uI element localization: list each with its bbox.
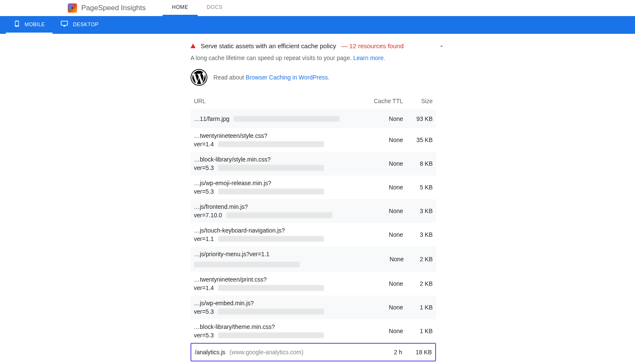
cell-url: …block-library/style.min.css?ver=5.3: [194, 156, 373, 171]
url-text-2: ver=1.4: [194, 285, 214, 291]
device-tab-bar: MOBILE DESKTOP: [0, 16, 635, 34]
url-text: …js/priority-menu.js?ver=1.1: [194, 251, 270, 257]
audit-title: Serve static assets with an efficient ca…: [201, 42, 336, 49]
cell-url: …js/touch-keyboard-navigation.js?ver=1.1: [194, 227, 373, 242]
cell-ttl: None: [373, 280, 403, 287]
tab-home-label: HOME: [172, 4, 188, 10]
col-header-ttl: Cache TTL: [373, 98, 403, 104]
cell-ttl: None: [375, 256, 404, 263]
url-text-2: ver=5.3: [194, 332, 214, 339]
warning-triangle-icon: [190, 44, 196, 48]
blurred-host: [226, 212, 332, 218]
wordpress-hint: Read about Browser Caching in WordPress.: [190, 69, 444, 86]
url-text-2: ver=5.3: [194, 164, 214, 171]
audit-panel: Serve static assets with an efficient ca…: [190, 42, 444, 364]
cell-size: 8 KB: [403, 160, 433, 167]
url-text: …11/farm.jpg: [194, 115, 229, 122]
cell-ttl: 2 h: [373, 349, 402, 356]
table-header: URL Cache TTL Size: [190, 98, 436, 109]
url-text: …js/wp-emoji-release.min.js?: [194, 180, 271, 186]
device-tab-desktop[interactable]: DESKTOP: [52, 16, 106, 34]
cell-size: 18 KB: [402, 349, 432, 356]
cell-url: …js/wp-emoji-release.min.js?ver=5.3: [194, 180, 373, 195]
cell-ttl: None: [373, 184, 403, 191]
url-text: …twentynineteen/style.css?: [194, 132, 268, 139]
cell-url: …js/wp-embed.min.js?ver=5.3: [194, 300, 373, 315]
table-row: …js/wp-embed.min.js?ver=5.3None1 KB: [190, 296, 436, 319]
cell-size: 35 KB: [403, 137, 433, 143]
url-host: (www.google-analytics.com): [229, 349, 303, 356]
url-text-2: ver=7.10.0: [194, 212, 222, 219]
cell-url: …js/priority-menu.js?ver=1.1: [194, 251, 375, 268]
device-tab-mobile-label: MOBILE: [25, 22, 45, 27]
url-text: …block-library/theme.min.css?: [194, 323, 275, 330]
url-text: /analytics.js: [195, 349, 225, 356]
blurred-host: [218, 332, 324, 338]
cell-size: 3 KB: [403, 231, 433, 238]
url-text: …js/touch-keyboard-navigation.js?: [194, 227, 285, 234]
table-row: …js/wp-emoji-release.min.js?ver=5.3None5…: [190, 175, 436, 199]
url-text: …js/wp-embed.min.js?: [194, 300, 254, 307]
cell-ttl: None: [373, 208, 403, 214]
url-text: …js/frontend.min.js?: [194, 203, 248, 210]
table-row: 4 h3 KB: [190, 361, 436, 364]
top-tabs: HOME DOCS: [163, 0, 232, 16]
col-header-size: Size: [403, 98, 433, 104]
cell-ttl: None: [373, 328, 403, 334]
table-row: …block-library/theme.min.css?ver=5.3None…: [190, 319, 436, 343]
svg-point-0: [72, 7, 73, 9]
cell-url: …js/frontend.min.js?ver=7.10.0: [194, 203, 373, 219]
table-row: …block-library/style.min.css?ver=5.3None…: [190, 152, 436, 175]
cell-size: 3 KB: [403, 208, 433, 214]
cell-ttl: None: [373, 137, 403, 143]
table-row: …twentynineteen/style.css?ver=1.4None35 …: [190, 128, 436, 152]
resources-table: URL Cache TTL Size …11/farm.jpgNone93 KB…: [190, 98, 436, 364]
cell-ttl: None: [373, 160, 403, 167]
url-text-2: ver=5.3: [194, 308, 214, 315]
audit-header[interactable]: Serve static assets with an efficient ca…: [190, 42, 444, 49]
blurred-host: [218, 309, 324, 315]
table-row: …twentynineteen/print.css?ver=1.4None2 K…: [190, 272, 436, 296]
audit-description-text: A long cache lifetime can speed up repea…: [190, 55, 353, 61]
blurred-host: [194, 262, 300, 268]
cell-size: 1 KB: [403, 304, 433, 311]
blurred-host: [218, 189, 324, 194]
device-tab-mobile[interactable]: MOBILE: [6, 16, 52, 34]
learn-more-link[interactable]: Learn more.: [353, 55, 385, 61]
cell-url: /analytics.js(www.google-analytics.com): [195, 349, 373, 356]
chevron-up-icon[interactable]: [439, 43, 444, 51]
device-tab-desktop-label: DESKTOP: [73, 22, 99, 27]
wordpress-link[interactable]: Browser Caching in WordPress.: [246, 74, 329, 81]
cell-ttl: None: [373, 231, 403, 238]
cell-url: …block-library/theme.min.css?ver=5.3: [194, 323, 373, 339]
cell-size: 1 KB: [403, 328, 433, 334]
app-header: PageSpeed Insights HOME DOCS: [0, 0, 635, 16]
table-row: …js/touch-keyboard-navigation.js?ver=1.1…: [190, 223, 436, 246]
tab-docs[interactable]: DOCS: [198, 0, 232, 16]
cell-size: 5 KB: [403, 184, 433, 191]
table-row: …js/frontend.min.js?ver=7.10.0None3 KB: [190, 199, 436, 223]
url-text-2: ver=5.3: [194, 188, 214, 195]
blurred-host: [218, 285, 324, 291]
wordpress-hint-text: Read about Browser Caching in WordPress.: [213, 74, 329, 81]
table-row: /analytics.js(www.google-analytics.com)2…: [190, 343, 436, 361]
tab-home[interactable]: HOME: [163, 0, 197, 16]
url-text-2: ver=1.1: [194, 235, 214, 242]
blurred-host: [234, 116, 340, 122]
col-header-url: URL: [194, 98, 373, 104]
cell-url: …11/farm.jpg: [194, 115, 373, 122]
cell-size: 93 KB: [403, 115, 433, 122]
table-row: …11/farm.jpgNone93 KB: [190, 109, 436, 128]
blurred-host: [218, 236, 324, 242]
audit-count: — 12 resources found: [341, 42, 404, 49]
main-content: Serve static assets with an efficient ca…: [0, 34, 635, 364]
blurred-host: [218, 141, 324, 147]
blurred-host: [218, 165, 324, 171]
psi-logo-icon: [68, 3, 77, 13]
wordpress-logo-icon: [190, 69, 207, 86]
table-row: …js/priority-menu.js?ver=1.1None2 KB: [190, 246, 436, 272]
mobile-icon: [14, 19, 20, 29]
cell-size: 2 KB: [404, 256, 433, 263]
url-text: …twentynineteen/print.css?: [194, 276, 267, 283]
tab-docs-label: DOCS: [207, 4, 223, 10]
